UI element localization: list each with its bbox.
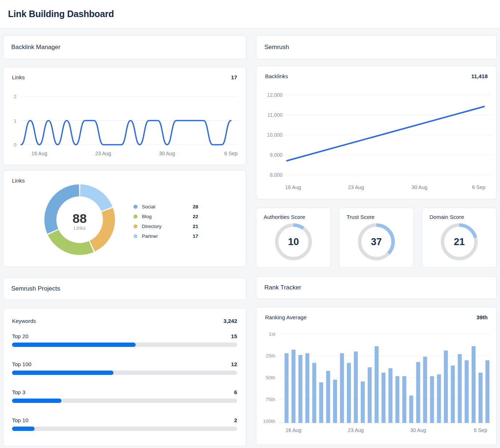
trust-score-card: Trust Score 37 — [339, 208, 414, 268]
dashboard-body: Backlink Manager Links 17 21016 Aug23 Au… — [0, 28, 500, 446]
section-title: Semrush — [264, 44, 289, 51]
left-column: Backlink Manager Links 17 21016 Aug23 Au… — [3, 35, 246, 446]
domain-score-card: Domain Score 21 — [422, 208, 497, 268]
svg-text:0: 0 — [14, 142, 16, 148]
chart-title: Keywords — [12, 318, 36, 324]
keyword-row-top-100: Top 100 12 — [12, 361, 237, 375]
svg-text:10,000: 10,000 — [267, 132, 283, 138]
links-donut-chart: 88Links — [41, 181, 118, 259]
links-line-chart: 21016 Aug23 Aug30 Aug6 Sep — [3, 67, 246, 165]
section-header-rank-tracker: Rank Tracker — [256, 276, 497, 299]
progress-track — [12, 427, 237, 431]
svg-text:11,000: 11,000 — [267, 112, 283, 118]
svg-text:6 Sep: 6 Sep — [224, 151, 238, 156]
svg-text:100th: 100th — [263, 419, 275, 424]
legend-item-partner: Partner 17 — [133, 231, 198, 241]
svg-text:75th: 75th — [266, 397, 275, 402]
links-donut-panel: Links 88Links Social 28 Blog 22 Director… — [3, 170, 246, 267]
section-header-semrush: Semrush — [256, 35, 497, 59]
donut-legend: Social 28 Blog 22 Directory 21 Partner 1… — [133, 202, 198, 241]
svg-text:16 Aug: 16 Aug — [31, 151, 47, 156]
svg-text:2: 2 — [14, 94, 16, 99]
keywords-head: Keywords 3,242 — [12, 308, 237, 324]
score-value: 10 — [274, 222, 313, 261]
svg-text:16 Aug: 16 Aug — [285, 427, 301, 433]
svg-text:23 Aug: 23 Aug — [348, 427, 364, 433]
legend-label: Directory — [142, 224, 161, 229]
svg-text:6 Sep: 6 Sep — [474, 427, 487, 433]
keyword-row-top-3: Top 3 6 — [12, 389, 237, 403]
legend-label: Partner — [142, 233, 158, 239]
legend-swatch-directory-icon — [133, 224, 137, 228]
svg-text:30 Aug: 30 Aug — [410, 427, 426, 433]
ranking-average-panel: Ranking Average 39th 1st25th50th75th100t… — [256, 307, 497, 445]
section-title: Rank Tracker — [264, 284, 301, 291]
legend-value: 22 — [193, 214, 198, 219]
svg-text:1: 1 — [14, 118, 16, 124]
authorities-score-gauge: 10 — [274, 222, 313, 261]
keyword-count: 12 — [231, 361, 237, 367]
keyword-range-label: Top 3 — [12, 389, 25, 395]
progress-track — [12, 399, 237, 403]
section-title: Backlink Manager — [11, 44, 60, 51]
ranking-average-bar-chart: 1st25th50th75th100th16 Aug23 Aug30 Aug6 … — [256, 307, 496, 445]
domain-score-gauge: 21 — [440, 222, 479, 261]
backlinks-chart-panel: Backlinks 11,418 12,00011,00010,0009,000… — [256, 66, 497, 199]
progress-fill — [12, 343, 136, 347]
top-bar: Link Building Dashboard — [0, 0, 500, 28]
legend-label: Social — [142, 204, 155, 209]
links-line-chart-panel: Links 17 21016 Aug23 Aug30 Aug6 Sep — [3, 67, 246, 165]
chart-title: Ranking Average — [265, 314, 307, 320]
chart-total-value: 39th — [476, 314, 488, 320]
svg-text:30 Aug: 30 Aug — [159, 151, 175, 156]
svg-text:6 Sep: 6 Sep — [472, 184, 485, 190]
score-title: Authorities Score — [256, 208, 331, 220]
svg-text:Links: Links — [74, 225, 86, 231]
svg-text:88: 88 — [73, 211, 87, 225]
keyword-count: 15 — [231, 333, 237, 339]
chart-title: Links — [12, 74, 25, 80]
svg-text:23 Aug: 23 Aug — [348, 184, 364, 190]
legend-value: 17 — [193, 233, 198, 239]
chart-total-value: 11,418 — [471, 73, 488, 79]
svg-text:30 Aug: 30 Aug — [412, 184, 428, 190]
svg-text:23 Aug: 23 Aug — [95, 151, 111, 156]
panel-head: Backlinks 11,418 — [265, 73, 488, 79]
progress-track — [12, 343, 237, 347]
section-title: Semrush Projects — [11, 285, 60, 292]
keyword-row-top-10: Top 10 2 — [12, 417, 237, 431]
chart-title: Backlinks — [265, 73, 288, 79]
keyword-row-top-20: Top 20 15 — [12, 333, 237, 347]
progress-fill — [12, 427, 35, 431]
panel-head: Links — [12, 177, 237, 184]
chart-total-value: 17 — [231, 74, 237, 80]
legend-item-directory: Directory 21 — [133, 221, 198, 231]
legend-swatch-partner-icon — [133, 234, 137, 238]
chart-title: Links — [12, 177, 25, 184]
trust-score-gauge: 37 — [357, 222, 396, 261]
legend-swatch-blog-icon — [133, 215, 137, 219]
progress-fill — [12, 399, 61, 403]
panel-head: Ranking Average 39th — [265, 314, 488, 320]
score-cards-row: Authorities Score 10 Trust Score 37 Doma… — [256, 208, 497, 268]
chart-total-value: 3,242 — [223, 318, 237, 324]
page-title: Link Building Dashboard — [8, 9, 114, 19]
right-column: Semrush Backlinks 11,418 12,00011,00010,… — [256, 35, 497, 445]
section-header-semrush-projects: Semrush Projects — [3, 277, 246, 300]
progress-fill — [12, 371, 113, 375]
legend-label: Blog — [142, 214, 152, 219]
score-title: Domain Score — [422, 208, 496, 220]
progress-track — [12, 371, 237, 375]
svg-text:50th: 50th — [266, 375, 275, 380]
svg-text:16 Aug: 16 Aug — [285, 184, 301, 190]
keyword-range-label: Top 100 — [12, 361, 31, 367]
svg-text:8,000: 8,000 — [270, 172, 283, 178]
backlinks-line-chart: 12,00011,00010,0009,0008,00016 Aug23 Aug… — [256, 66, 496, 199]
keyword-count: 2 — [234, 417, 237, 423]
score-value: 37 — [357, 222, 396, 261]
svg-text:25th: 25th — [266, 353, 275, 359]
keywords-panel: Keywords 3,242 Top 20 15 Top 100 12 T — [3, 308, 246, 446]
score-title: Trust Score — [339, 208, 413, 220]
legend-item-social: Social 28 — [133, 202, 198, 212]
panel-head: Links 17 — [12, 74, 237, 80]
